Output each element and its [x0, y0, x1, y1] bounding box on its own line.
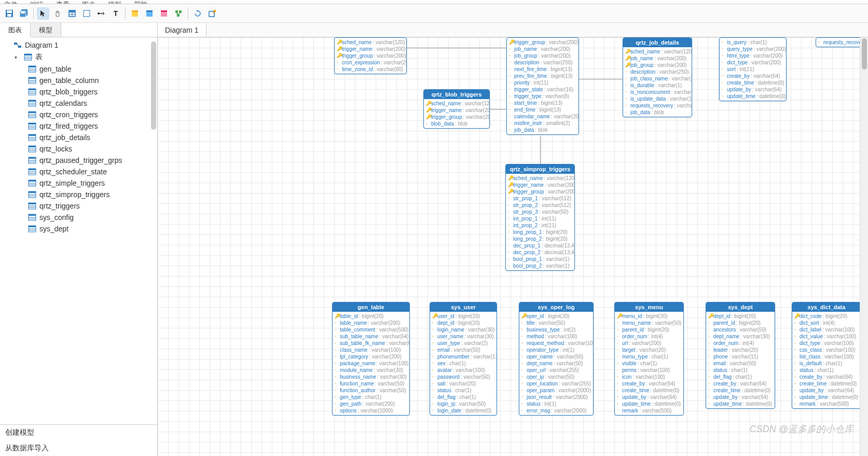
tree-item-sys_config[interactable]: sys_config — [0, 212, 157, 223]
field-row[interactable]: ◦priority: int(11) — [509, 79, 576, 86]
field-row[interactable]: ◦update_by: varchar(64) — [617, 394, 681, 400]
field-row[interactable]: 🔑dict_code: bigint(20) — [794, 313, 859, 320]
field-row[interactable]: 🔑sched_name: varchar(120) — [625, 48, 690, 55]
entity-sysmenu[interactable]: sys_menu🔑menu_id: bigint(20)◦menu_name: … — [614, 302, 684, 416]
field-row[interactable]: ◦int_prop_2: int(11) — [508, 222, 572, 229]
field-row[interactable]: ◦is_nonconcurrent: varchar(1) — [625, 89, 690, 95]
field-row[interactable]: ◦salt: varchar(20) — [432, 380, 494, 387]
field-row[interactable]: ◦job_name: varchar(200) — [509, 46, 576, 52]
field-row[interactable]: ◦business_type: int(2) — [521, 326, 591, 333]
field-row[interactable]: ◦requests_recovery: varchar(1) — [625, 102, 690, 109]
field-row[interactable]: ◦create_time: datetime(0) — [708, 387, 773, 394]
field-row[interactable]: ◦end_time: bigint(13) — [509, 106, 576, 113]
export-icon[interactable] — [206, 7, 218, 20]
field-row[interactable]: ◦css_class: varchar(100) — [794, 347, 859, 353]
field-row[interactable]: ◦update_by: varchar(64) — [722, 86, 784, 93]
field-row[interactable]: ◦del_flag: char(1) — [708, 374, 773, 380]
field-row[interactable]: ◦dict_type: varchar(100) — [794, 340, 859, 347]
action-import-db[interactable]: 从数据库导入 — [0, 440, 157, 456]
field-row[interactable]: ◦str_prop_1: varchar(512) — [508, 195, 572, 202]
field-row[interactable]: 🔑trigger_group: varchar(200) — [508, 188, 572, 195]
field-row[interactable]: 🔑oper_id: bigint(20) — [521, 313, 591, 320]
field-row[interactable]: ◦user_name: varchar(30) — [432, 333, 494, 340]
field-row[interactable]: 🔑trigger_group: varchar(200) — [337, 52, 404, 59]
field-row[interactable]: ◦login_name: varchar(30) — [432, 326, 494, 333]
field-row[interactable]: ◦misfire_instr: smallint(2) — [509, 120, 576, 127]
field-row[interactable]: ◦description: varchar(250) — [625, 68, 690, 75]
field-row[interactable]: 🔑table_id: bigint(20) — [335, 313, 407, 320]
field-row[interactable]: ◦email: varchar(50) — [708, 360, 773, 367]
pointer-icon[interactable] — [37, 7, 49, 20]
field-row[interactable]: 🔑trigger_name: varchar(200) — [337, 46, 404, 52]
field-row[interactable]: ◦menu_type: char(1) — [617, 353, 681, 360]
entity-operlog[interactable]: sys_oper_log🔑oper_id: bigint(20)◦title: … — [519, 302, 594, 416]
field-row[interactable]: ◦create_by: varchar(64) — [722, 73, 784, 79]
field-row[interactable]: ◦is_query: char(1) — [722, 39, 784, 46]
entity-sysuser[interactable]: sys_user🔑user_id: bigint(20)◦dept_id: bi… — [430, 302, 497, 416]
tree-item-qrtz_simple_triggers[interactable]: qrtz_simple_triggers — [0, 177, 157, 189]
field-row[interactable]: 🔑trigger_group: varchar(200) — [509, 39, 576, 46]
field-row[interactable]: ◦bool_prop_2: varchar(1) — [508, 262, 572, 269]
color-pink-icon[interactable] — [158, 7, 170, 20]
field-row[interactable]: 🔑sched_name: varchar(120) — [337, 39, 404, 46]
field-row[interactable]: ◦dept_name: varchar(50) — [521, 360, 591, 367]
color-yellow-icon[interactable] — [129, 7, 141, 20]
menu-模型[interactable]: 模型 — [108, 0, 121, 4]
tree-diagram-root[interactable]: Diagram 1 — [0, 39, 157, 51]
field-row[interactable]: ◦calendar_name: varchar(200) — [509, 113, 576, 120]
field-row[interactable]: ◦package_name: varchar(100) — [335, 360, 407, 367]
field-row[interactable]: ◦module_name: varchar(30) — [335, 367, 407, 374]
tree-item-qrtz_cron_triggers[interactable]: qrtz_cron_triggers — [0, 109, 157, 120]
entity-dictdata[interactable]: sys_dict_data🔑dict_code: bigint(20)◦dict… — [792, 302, 860, 409]
expand-icon[interactable]: ▾ — [15, 54, 21, 60]
field-row[interactable]: ◦list_class: varchar(100) — [794, 353, 859, 360]
field-row[interactable]: ◦login_ip: varchar(50) — [432, 400, 494, 407]
field-row[interactable]: ◦update_time: datetime(0) — [617, 400, 681, 407]
field-row[interactable]: ◦parent_id: bigint(20) — [708, 320, 773, 326]
field-row[interactable]: ◦status: char(1) — [708, 367, 773, 374]
menu-文件[interactable]: 文件 — [4, 0, 18, 4]
field-row[interactable]: ◦parent_id: bigint(20) — [617, 326, 681, 333]
action-create-model[interactable]: 创建模型 — [0, 425, 157, 440]
field-row[interactable]: ◦blob_data: blob — [426, 120, 487, 127]
field-row[interactable]: ◦long_prop_1: bigint(20) — [508, 229, 572, 236]
layout-icon[interactable] — [172, 7, 185, 20]
field-row[interactable]: ◦trigger_state: varchar(16) — [509, 86, 576, 93]
field-row[interactable]: ◦prev_fire_time: bigint(13) — [509, 73, 576, 79]
field-row[interactable]: ◦user_type: varchar(2) — [432, 340, 494, 347]
note-icon[interactable] — [80, 7, 93, 20]
field-row[interactable]: ◦class_name: varchar(100) — [335, 347, 407, 353]
field-row[interactable]: ◦perms: varchar(100) — [617, 367, 681, 374]
field-row[interactable]: ◦login_date: datetime(0) — [432, 407, 494, 414]
menu-查看[interactable]: 查看 — [56, 0, 70, 4]
field-row[interactable]: ◦status: char(1) — [794, 367, 859, 374]
field-row[interactable]: 🔑user_id: bigint(20) — [432, 313, 494, 320]
field-row[interactable]: ◦job_data: blob — [625, 109, 690, 116]
field-row[interactable]: ◦leader: varchar(20) — [708, 347, 773, 353]
field-row[interactable]: ◦create_by: varchar(64) — [794, 374, 859, 380]
er-canvas[interactable]: CSDN @蓝多多的小仓库 🔑sched_name: varchar(120)🔑… — [158, 37, 860, 456]
field-row[interactable]: ◦int_prop_1: int(11) — [508, 215, 572, 222]
refresh-icon[interactable] — [191, 7, 204, 20]
tree-item-qrtz_calendars[interactable]: qrtz_calendars — [0, 98, 157, 109]
entity-gentable[interactable]: gen_table🔑table_id: bigint(20)◦table_nam… — [332, 302, 410, 416]
field-row[interactable]: ◦phone: varchar(11) — [708, 353, 773, 360]
field-row[interactable]: ◦gen_type: char(1) — [335, 394, 407, 400]
field-row[interactable]: ◦create_by: varchar(64) — [617, 380, 681, 387]
sidebar-tab-model[interactable]: 模型 — [31, 23, 61, 37]
field-row[interactable]: ◦is_default: char(1) — [794, 360, 859, 367]
field-row[interactable]: ◦password: varchar(50) — [432, 374, 494, 380]
field-row[interactable]: ◦description: varchar(250) — [509, 59, 576, 66]
entity-reqrec[interactable]: ◦requests_recovery: varchar(1) — [816, 37, 860, 47]
field-row[interactable]: ◦menu_name: varchar(50) — [617, 320, 681, 326]
field-row[interactable]: 🔑trigger_group: varchar(200) — [426, 114, 487, 120]
tree-item-qrtz_job_details[interactable]: qrtz_job_details — [0, 132, 157, 143]
field-row[interactable]: ◦email: varchar(50) — [432, 347, 494, 353]
tree-scrollbar[interactable] — [151, 42, 156, 130]
field-row[interactable]: ◦update_by: varchar(64) — [794, 387, 859, 394]
field-row[interactable]: ◦update_time: datetime(0) — [708, 400, 773, 407]
field-row[interactable]: 🔑trigger_name: varchar(200) — [508, 182, 572, 188]
entity-dicttype[interactable]: ◦is_query: char(1)◦query_type: varchar(2… — [719, 37, 787, 101]
field-row[interactable]: ◦job_class_name: varchar(250) — [625, 75, 690, 82]
field-row[interactable]: ◦is_update_data: varchar(1) — [625, 95, 690, 102]
